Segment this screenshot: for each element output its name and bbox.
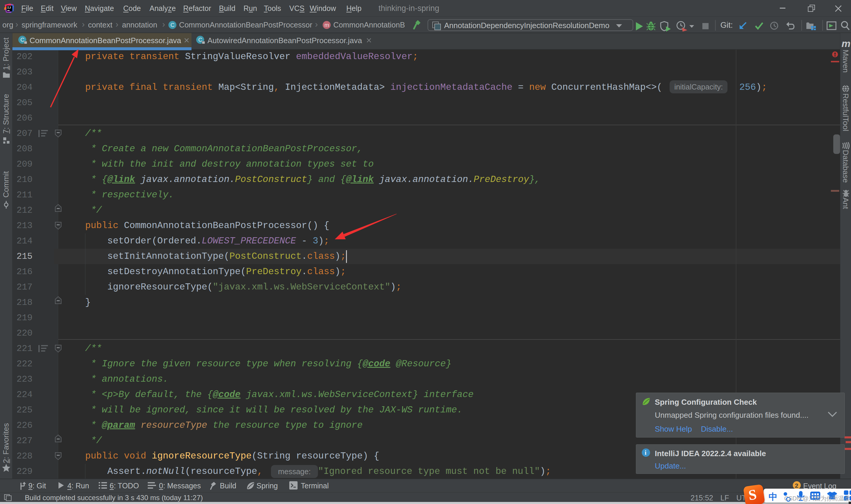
svg-text:IJ: IJ — [7, 6, 11, 10]
